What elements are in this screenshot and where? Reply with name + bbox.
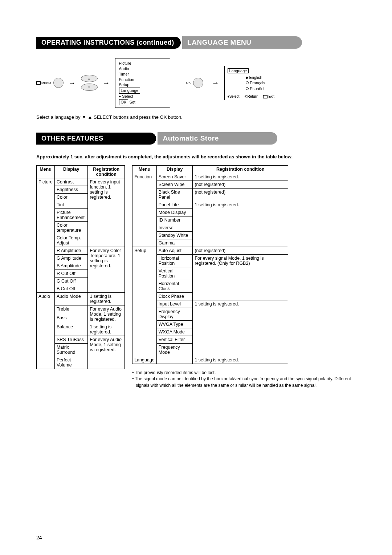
manual-page: OPERATING INSTRUCTIONS (continued) LANGU…	[0, 0, 392, 555]
menu-audio: Audio	[37, 292, 55, 369]
osd-main-menu: Picture Audio Timer Function Setup Langu…	[115, 58, 170, 108]
ok-button-icon	[193, 78, 203, 88]
arrow-icon: →	[69, 79, 76, 87]
menu-language: Language	[132, 356, 157, 364]
footnotes: • The previously recorded items will be …	[132, 370, 359, 389]
bold-note: Approximately 1 sec. after adjustment is…	[36, 154, 359, 159]
up-button-icon: ▴	[81, 75, 98, 82]
language-instruction: Select a language by ▼ ▲ SELECT buttons …	[36, 114, 359, 120]
ok-button-label: OK	[186, 81, 191, 85]
table-right: Menu Display Registration condition Func…	[132, 165, 288, 364]
down-button-icon: ▾	[81, 84, 98, 91]
language-flow-diagram: MENU → ▴ ▾ → Picture Audio Timer Functio…	[36, 58, 359, 108]
menu-button-label: MENU	[41, 81, 51, 85]
menu-setup: Setup	[132, 247, 157, 356]
table-left: Menu Display Registration condition Pict…	[36, 165, 125, 369]
heading-other-features: OTHER FEATURES	[36, 133, 156, 145]
menu-function: Function	[132, 173, 157, 247]
up-down-buttons: ▴ ▾	[81, 75, 98, 91]
heading-language-menu: LANGUAGE MENU	[182, 36, 302, 49]
heading-operating-instructions: OPERATING INSTRUCTIONS (continued)	[36, 37, 181, 49]
registration-tables: Menu Display Registration condition Pict…	[36, 165, 359, 389]
arrow-icon: →	[212, 79, 219, 87]
menu-picture: Picture	[37, 178, 55, 292]
menu-button-icon	[53, 78, 64, 88]
osd-language-menu: Language English Français Español ♦Selec…	[224, 66, 307, 100]
footnote-1: • The previously recorded items will be …	[132, 370, 359, 376]
language-highlight: Language	[119, 88, 140, 94]
arrow-icon: →	[103, 79, 110, 87]
headings-stack: OPERATING INSTRUCTIONS (continued) LANGU…	[36, 33, 359, 52]
heading-automatic-store: Automatic Store	[158, 132, 277, 145]
page-number: 24	[36, 535, 42, 540]
footnote-2: • The signal mode can be identified by t…	[132, 376, 359, 389]
other-features-stack: OTHER FEATURES Automatic Store	[36, 129, 359, 147]
